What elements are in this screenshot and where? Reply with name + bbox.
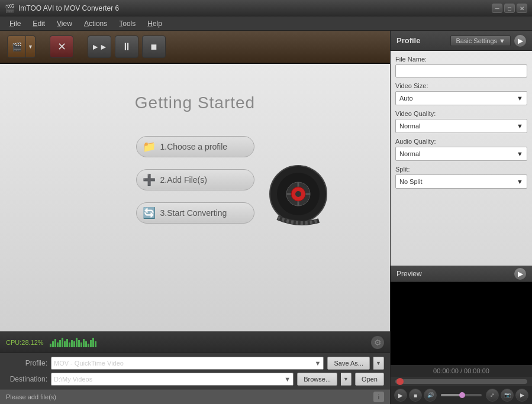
menu-view[interactable]: View	[51, 18, 78, 29]
split-select[interactable]: No Split ▼	[395, 174, 527, 189]
seek-bar[interactable]	[395, 379, 527, 384]
add-button-group: 🎬 ▼	[7, 35, 36, 58]
menu-help[interactable]: Help	[141, 18, 168, 29]
browse-button[interactable]: Browse...	[297, 373, 337, 386]
profile-label: Profile:	[6, 359, 47, 367]
play-button[interactable]: ▶	[394, 389, 407, 402]
file-name-input[interactable]	[395, 64, 527, 77]
add-file-button[interactable]: 🎬	[7, 35, 26, 58]
maximize-button[interactable]: □	[504, 4, 515, 13]
destination-select[interactable]: D:\My Videos ▼	[51, 373, 294, 386]
menu-edit[interactable]: Edit	[27, 18, 51, 29]
bottom-bar: Profile: MOV - QuickTime Video ▼ Save As…	[0, 353, 390, 389]
cpu-bar	[62, 338, 63, 347]
volume-knob[interactable]	[459, 392, 465, 398]
cpu-bar	[71, 340, 73, 347]
cpu-bar	[76, 338, 78, 347]
fullscreen-button[interactable]: 📷	[501, 389, 514, 402]
profile-expand-button[interactable]: ▶	[514, 35, 526, 47]
cpu-bar	[85, 341, 87, 347]
profile-select-value: MOV - QuickTime Video	[54, 360, 124, 367]
browse-arrow[interactable]: ▼	[341, 373, 352, 386]
profile-row: Profile: MOV - QuickTime Video ▼ Save As…	[6, 357, 384, 370]
getting-started-label: Getting Started	[135, 93, 255, 112]
preview-expand-button[interactable]: ▶	[514, 268, 526, 280]
cpu-bar	[95, 341, 96, 347]
film-reel-illustration	[266, 159, 331, 231]
start-converting-icon: 🔄	[143, 206, 156, 219]
split-row: Split: No Split ▼	[395, 166, 527, 189]
browse-label: Browse...	[304, 376, 331, 383]
cpu-bar	[64, 341, 66, 347]
close-button[interactable]: ✕	[517, 4, 527, 13]
cpu-bar	[73, 341, 75, 347]
seek-knob[interactable]	[396, 378, 404, 385]
basic-settings-button[interactable]: Basic Settings ▼	[450, 35, 511, 46]
stop-preview-button[interactable]: ■	[409, 389, 422, 402]
toolbar: 🎬 ▼ ✕ ►► ⏸ ■	[0, 31, 390, 64]
title-bar: 🎬 ImTOO AVI to MOV Converter 6 ─ □ ✕	[0, 0, 532, 17]
open-button[interactable]: Open	[355, 373, 384, 386]
video-size-arrow: ▼	[517, 95, 523, 102]
profile-select-arrow: ▼	[315, 360, 321, 367]
save-as-label: Save As...	[334, 360, 363, 367]
volume-button[interactable]: 🔊	[424, 389, 437, 402]
cpu-bars	[50, 338, 96, 347]
minimize-button[interactable]: ─	[492, 4, 502, 13]
save-as-arrow[interactable]: ▼	[373, 357, 384, 370]
pause-button[interactable]: ⏸	[115, 35, 138, 58]
split-value: No Split	[399, 178, 423, 185]
video-quality-select[interactable]: Normal ▼	[395, 119, 527, 133]
status-text: Please add file(s)	[6, 393, 56, 400]
basic-settings-label: Basic Settings	[456, 37, 497, 44]
main-layout: 🎬 ▼ ✕ ►► ⏸ ■ Getting Started 📁 1.Choose …	[0, 31, 532, 404]
content-area: Getting Started 📁 1.Choose a profile ➕ 2…	[0, 64, 390, 331]
choose-profile-label: 1.Choose a profile	[160, 142, 228, 151]
volume-slider[interactable]	[441, 394, 482, 396]
menu-actions[interactable]: Actions	[78, 18, 113, 29]
convert-button[interactable]: ►►	[88, 35, 111, 58]
snapshot-button[interactable]: ⤢	[486, 389, 499, 402]
cpu-bar	[69, 342, 70, 347]
info-icon[interactable]: i	[373, 392, 384, 402]
menu-bar: File Edit View Actions Tools Help	[0, 17, 532, 31]
open-label: Open	[362, 376, 378, 383]
audio-quality-label: Audio Quality:	[395, 138, 527, 145]
menu-tools[interactable]: Tools	[113, 18, 141, 29]
remove-button[interactable]: ✕	[50, 35, 73, 58]
cpu-bar	[92, 338, 94, 347]
audio-quality-select[interactable]: Normal ▼	[395, 147, 527, 161]
seek-bar-container	[391, 377, 532, 386]
profile-select[interactable]: MOV - QuickTime Video ▼	[51, 357, 324, 370]
file-name-row: File Name:	[395, 56, 527, 77]
cpu-bar	[54, 339, 56, 347]
destination-label: Destination:	[6, 375, 47, 383]
svg-point-9	[295, 191, 301, 197]
video-quality-arrow: ▼	[517, 122, 523, 130]
add-files-icon: ➕	[143, 173, 156, 186]
start-converting-label: 3.Start Converting	[160, 208, 227, 218]
video-size-row: Video Size: Auto ▼	[395, 82, 527, 105]
choose-profile-icon: 📁	[143, 140, 156, 153]
add-files-button[interactable]: ➕ 2.Add File(s)	[136, 169, 254, 190]
video-size-select[interactable]: Auto ▼	[395, 91, 527, 105]
split-label: Split:	[395, 166, 527, 173]
cpu-bar	[90, 340, 92, 347]
add-files-label: 2.Add File(s)	[160, 175, 207, 185]
menu-file[interactable]: File	[4, 18, 27, 29]
window-title: ImTOO AVI to MOV Converter 6	[18, 4, 490, 12]
video-quality-row: Video Quality: Normal ▼	[395, 110, 527, 133]
start-converting-button[interactable]: 🔄 3.Start Converting	[136, 202, 254, 224]
stop-button[interactable]: ■	[142, 35, 166, 58]
settings-gear-button[interactable]: ⚙	[371, 336, 384, 349]
left-panel: 🎬 ▼ ✕ ►► ⏸ ■ Getting Started 📁 1.Choose …	[0, 31, 390, 404]
cpu-bar	[57, 342, 59, 347]
add-file-arrow[interactable]: ▼	[26, 35, 36, 58]
save-as-button[interactable]: Save As...	[327, 357, 370, 370]
choose-profile-button[interactable]: 📁 1.Choose a profile	[136, 136, 254, 157]
cpu-bar	[52, 341, 54, 347]
destination-row: Destination: D:\My Videos ▼ Browse... ▼ …	[6, 373, 384, 386]
cpu-bar	[59, 340, 61, 347]
settings-button[interactable]: ▶	[515, 389, 528, 402]
volume-fill	[441, 394, 462, 396]
